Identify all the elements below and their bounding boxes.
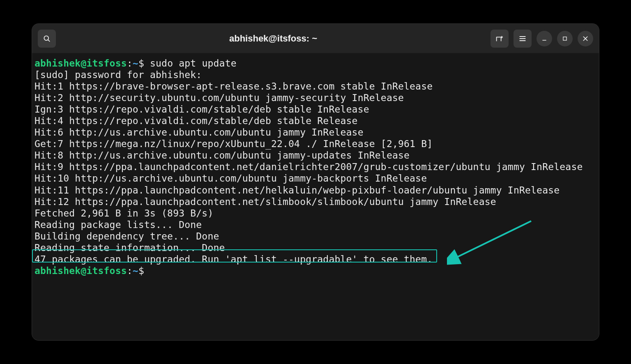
maximize-button[interactable] xyxy=(557,31,573,46)
new-tab-icon xyxy=(495,34,504,43)
output-line: Hit:4 https://repo.vivaldi.com/stable/de… xyxy=(35,115,596,127)
output-line: Hit:6 http://us.archive.ubuntu.com/ubunt… xyxy=(35,127,596,138)
output-line: [sudo] password for abhishek: xyxy=(35,69,596,81)
prompt-line-1: abhishek@itsfoss:~$ sudo apt update xyxy=(35,58,596,69)
command-text: sudo apt update xyxy=(150,58,237,69)
terminal-body[interactable]: abhishek@itsfoss:~$ sudo apt update[sudo… xyxy=(32,53,599,340)
output-line: Hit:2 http://security.ubuntu.com/ubuntu … xyxy=(35,92,596,104)
output-line: Hit:8 http://us.archive.ubuntu.com/ubunt… xyxy=(35,150,596,161)
hamburger-menu-button[interactable] xyxy=(514,30,532,48)
close-icon xyxy=(582,35,589,42)
output-line: Hit:12 https://ppa.launchpadcontent.net/… xyxy=(35,196,596,207)
output-highlighted-line: 47 packages can be upgraded. Run 'apt li… xyxy=(35,253,596,265)
prompt-path: ~ xyxy=(133,58,138,69)
minimize-icon xyxy=(541,35,548,42)
output-line: Fetched 2,961 B in 3s (893 B/s) xyxy=(35,207,596,219)
close-button[interactable] xyxy=(578,31,593,46)
window-title: abhishek@itsfoss: ~ xyxy=(60,33,486,44)
svg-rect-6 xyxy=(563,37,567,40)
output-line: Reading package lists... Done xyxy=(35,219,596,230)
svg-line-1 xyxy=(48,39,50,41)
output-line: Get:7 https://mega.nz/linux/repo/xUbuntu… xyxy=(35,138,596,150)
output-line: Building dependency tree... Done xyxy=(35,230,596,242)
search-button[interactable] xyxy=(38,30,56,48)
prompt-line-2: abhishek@itsfoss:~$ xyxy=(35,265,596,276)
titlebar: abhishek@itsfoss: ~ xyxy=(32,24,599,53)
output-line: Hit:11 https://ppa.launchpadcontent.net/… xyxy=(35,184,596,196)
output-line: Hit:10 http://us.archive.ubuntu.com/ubun… xyxy=(35,173,596,184)
hamburger-icon xyxy=(518,35,527,43)
output-line: Reading state information... Done xyxy=(35,242,596,253)
output-line: Hit:9 https://ppa.launchpadcontent.net/d… xyxy=(35,161,596,173)
terminal-window: abhishek@itsfoss: ~ abhishek@itsfoss:~$ … xyxy=(32,24,599,340)
search-icon xyxy=(43,35,51,43)
prompt-user-host: abhishek@itsfoss xyxy=(35,58,127,69)
maximize-icon xyxy=(562,36,568,41)
minimize-button[interactable] xyxy=(537,31,552,46)
output-line: Ign:3 https://repo.vivaldi.com/stable/de… xyxy=(35,104,596,115)
output-line: Hit:1 https://brave-browser-apt-release.… xyxy=(35,81,596,92)
new-tab-button[interactable] xyxy=(491,30,509,48)
